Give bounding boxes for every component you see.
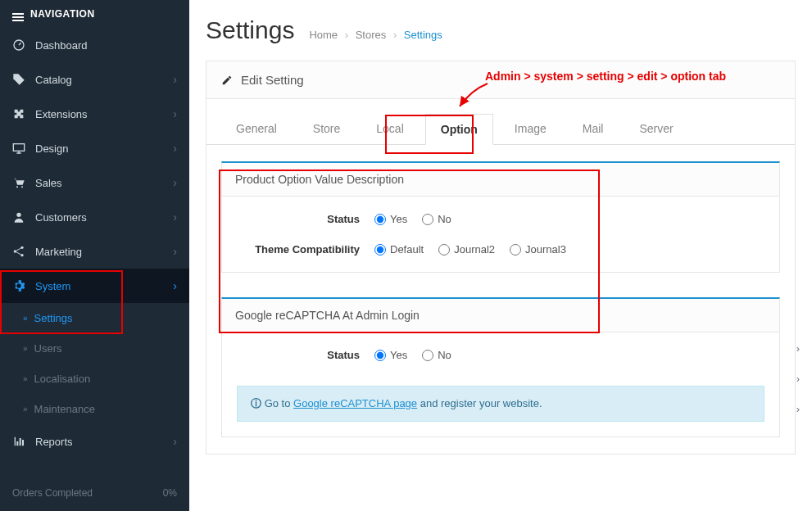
chevron-right-icon: › [173, 210, 177, 224]
sidebar-sub-label: Settings [34, 312, 73, 324]
sidebar-label: Design [35, 142, 68, 155]
double-chevron-icon: » [23, 374, 28, 383]
sidebar-item-dashboard[interactable]: Dashboard [0, 28, 189, 62]
chevron-right-icon: › [173, 279, 177, 292]
radio-theme-default[interactable]: Default [374, 243, 424, 256]
breadcrumb: Home › Stores › Settings [309, 29, 442, 41]
sidebar-item-system[interactable]: System › [0, 269, 189, 303]
svg-point-4 [16, 213, 20, 217]
stats-label: Orders Completed [12, 487, 93, 499]
sidebar-item-reports[interactable]: Reports › [0, 424, 189, 459]
radio-input[interactable] [374, 244, 386, 256]
tab-local[interactable]: Local [361, 114, 418, 144]
desktop-icon [12, 142, 25, 155]
svg-point-7 [20, 254, 23, 256]
bc-current[interactable]: Settings [404, 29, 442, 41]
sidebar-sub-settings[interactable]: » Settings [0, 303, 189, 333]
bc-home[interactable]: Home [309, 29, 338, 41]
sidebar-label: Catalog [35, 74, 72, 86]
sidebar-item-customers[interactable]: Customers › [0, 200, 189, 234]
radio-input[interactable] [422, 350, 433, 361]
stats-block: Orders Completed 0% [0, 475, 189, 511]
sidebar-item-sales[interactable]: Sales › [0, 165, 189, 200]
nav-title: NAVIGATION [30, 8, 95, 20]
radio-status-yes[interactable]: Yes [374, 213, 407, 225]
cart-icon [12, 176, 25, 189]
sidebar-label: Marketing [35, 246, 82, 258]
pencil-icon [221, 75, 233, 86]
sidebar-item-extensions[interactable]: Extensions › [0, 97, 189, 131]
sidebar-label: Dashboard [35, 39, 88, 52]
tab-store[interactable]: Store [298, 114, 355, 144]
chevron-right-icon: › [796, 373, 800, 385]
chevron-right-icon: › [173, 245, 177, 258]
info-pre: Go to [265, 397, 293, 409]
label-status: Status [235, 349, 374, 361]
radio-recaptcha-no[interactable]: No [422, 349, 451, 361]
tab-general[interactable]: General [221, 114, 292, 144]
radio-input[interactable] [374, 214, 386, 225]
sidebar-label: Customers [35, 211, 87, 224]
user-icon [12, 210, 25, 224]
section-recaptcha: Google reCAPTCHA At Admin Login Status Y… [221, 297, 780, 437]
tab-server[interactable]: Server [624, 114, 687, 144]
chevron-right-icon: › [173, 176, 177, 189]
radio-input[interactable] [422, 214, 433, 225]
bc-stores[interactable]: Stores [356, 29, 387, 41]
section-title: Google reCAPTCHA At Admin Login [222, 299, 779, 332]
annotation-arrow [455, 80, 492, 113]
chevron-right-icon: › [173, 435, 177, 448]
svg-point-5 [14, 250, 16, 252]
nav-header: NAVIGATION [0, 0, 189, 28]
sidebar-label: Sales [35, 177, 62, 189]
sidebar-sub-users[interactable]: » Users › [0, 333, 189, 364]
sidebar-sub-maintenance[interactable]: » Maintenance › [0, 394, 189, 424]
panel-title: Edit Setting [241, 73, 304, 87]
annotation-text: Admin > system > setting > edit > option… [485, 70, 726, 83]
radio-input[interactable] [438, 244, 450, 256]
sidebar-item-catalog[interactable]: Catalog › [0, 62, 189, 97]
bc-sep: › [393, 29, 397, 41]
info-icon: ⓘ [251, 397, 261, 409]
page-title: Settings [206, 16, 294, 44]
radio-status-no[interactable]: No [422, 213, 451, 225]
tab-option[interactable]: Option [425, 114, 493, 145]
double-chevron-icon: » [23, 344, 28, 353]
radio-theme-journal2[interactable]: Journal2 [438, 243, 495, 256]
section-product-option: Product Option Value Description Status … [221, 161, 780, 273]
chevron-right-icon: › [173, 107, 177, 120]
sidebar-sub-label: Maintenance [34, 403, 95, 415]
sidebar-sub-localisation[interactable]: » Localisation › [0, 364, 189, 394]
svg-point-6 [20, 246, 23, 249]
tabs: General Store Local Option Image Mail Se… [206, 99, 795, 145]
double-chevron-icon: » [23, 314, 28, 323]
bc-sep: › [345, 29, 348, 41]
double-chevron-icon: » [23, 405, 28, 414]
svg-rect-1 [13, 144, 24, 151]
sidebar-label: Reports [35, 436, 73, 448]
puzzle-icon [12, 107, 25, 120]
tab-image[interactable]: Image [500, 114, 561, 144]
radio-input[interactable] [374, 350, 386, 361]
menu-icon[interactable] [12, 13, 24, 15]
label-theme: Theme Compatibility [235, 243, 374, 256]
recaptcha-link[interactable]: Google reCAPTCHA page [293, 397, 417, 409]
sidebar-item-marketing[interactable]: Marketing › [0, 234, 189, 269]
radio-input[interactable] [510, 244, 521, 256]
tab-mail[interactable]: Mail [568, 114, 619, 144]
svg-point-2 [16, 186, 18, 188]
dashboard-icon [12, 38, 25, 52]
chevron-right-icon: › [173, 73, 177, 86]
radio-recaptcha-yes[interactable]: Yes [374, 349, 407, 361]
stats-value: 0% [163, 487, 177, 499]
info-post: and register your website. [417, 397, 542, 409]
gear-icon [12, 279, 25, 292]
chevron-right-icon: › [173, 142, 177, 155]
chevron-right-icon: › [796, 342, 800, 355]
label-status: Status [235, 213, 374, 225]
info-alert: ⓘ Go to Google reCAPTCHA page and regist… [237, 386, 764, 422]
sidebar-label: System [35, 280, 70, 292]
chart-icon [12, 435, 25, 448]
radio-theme-journal3[interactable]: Journal3 [510, 243, 566, 256]
sidebar-item-design[interactable]: Design › [0, 131, 189, 165]
